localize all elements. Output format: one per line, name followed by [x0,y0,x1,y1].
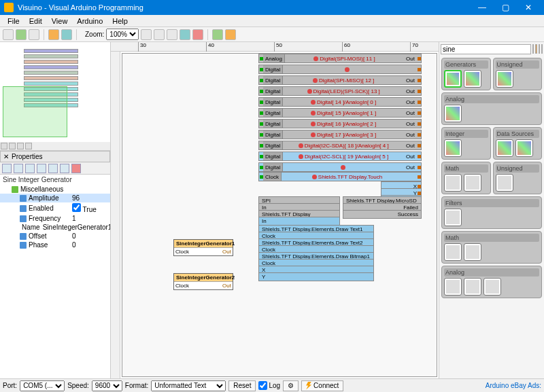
property-row[interactable]: Phase0 [0,240,110,249]
reset-button[interactable]: Reset [228,380,256,391]
design-surface[interactable]: SineIntegerGenerator1ClockOutSineInteger… [122,53,437,377]
menu-view[interactable]: View [47,17,73,25]
palette-item[interactable] [444,70,462,88]
board-pin-row[interactable]: DigitalDigital(I2C-SDA)[ 18 ]/AnalogIn[ … [258,141,422,150]
pin-out-icon[interactable] [418,101,421,104]
generator-node[interactable]: SineIntegerGenerator1ClockOut [173,239,233,256]
search-button-3[interactable] [541,44,543,54]
format-select[interactable]: Unformatted Text [151,380,226,391]
palette-item[interactable] [515,139,533,157]
open-button[interactable] [16,29,27,40]
palette-item[interactable] [464,243,481,261]
save-button[interactable] [29,29,39,40]
pin-out-icon[interactable] [418,90,421,93]
upload-icon[interactable] [225,29,236,40]
property-value[interactable]: 1 [69,215,110,222]
board-pin-row[interactable]: Digital [258,65,422,74]
palette-item[interactable] [444,243,462,261]
menu-edit[interactable]: Edit [24,17,47,25]
property-tree[interactable]: Sine Integer Generator Miscellaneous Amp… [0,175,110,378]
connect-button[interactable]: Connect [301,380,343,391]
palette-item[interactable] [496,139,513,157]
generator-node[interactable]: SineIntegerGenerator2ClockOut [173,273,233,290]
pin-out-icon[interactable] [418,166,421,169]
prop-btn-2[interactable] [14,164,23,173]
property-value[interactable]: SineIntegerGenerator1 [40,224,110,231]
new-button[interactable] [3,29,14,40]
tool-button[interactable]: ⚙ [283,380,299,391]
shield-row[interactable]: Y [258,272,374,281]
pin-out-icon[interactable] [418,144,421,147]
expand-icon[interactable] [12,186,18,193]
pin-out-icon[interactable] [418,155,421,158]
board-pin-row[interactable]: DigitalDigital[ 15 ]/AnalogIn[ 1 ]Out [258,108,422,118]
minimize-button[interactable]: — [471,3,494,12]
prop-btn-3[interactable] [25,164,35,173]
property-row[interactable]: Offset0 [0,232,110,240]
tool-button-2[interactable] [61,29,72,40]
tool-button-1[interactable] [48,29,59,40]
ads-link[interactable]: Arduino eBay Ads: [486,382,541,389]
tool-button-4[interactable] [212,29,223,40]
palette-item[interactable] [444,278,462,296]
palette-item[interactable] [444,105,462,122]
port-select[interactable]: COM5 (... [20,380,65,391]
palette-item[interactable] [464,70,481,88]
palette-item[interactable] [483,278,501,296]
palette-item[interactable] [464,174,481,192]
speed-select[interactable]: 9600 [92,380,122,391]
zoom-fit-icon[interactable] [167,29,177,40]
search-clear-icon[interactable] [532,44,534,54]
board-pin-row[interactable]: ClockShields.TFT Display.Touch [258,172,422,181]
board-pin-row[interactable]: DigitalDigital[ 17 ]/AnalogIn[ 3 ]Out [258,130,422,139]
menu-arduino[interactable]: Arduino [72,17,107,25]
pin-out-icon[interactable] [418,111,421,115]
property-row[interactable]: NameSineIntegerGenerator1 [0,223,110,232]
close-button[interactable]: ✕ [517,3,540,12]
board-pin-row[interactable]: DigitalDigital(I2C-SCL)[ 19 ]/AnalogIn[ … [258,152,422,161]
property-value[interactable]: True [69,203,110,213]
board-pin-row[interactable]: DigitalDigital[ 14 ]/AnalogIn[ 0 ]Out [258,97,422,107]
property-row[interactable]: Enabled True [0,202,110,214]
search-button-1[interactable] [535,44,537,54]
property-group[interactable]: Miscellaneous [20,185,63,193]
palette-item[interactable] [464,278,481,296]
zoom-in-icon[interactable] [141,29,152,40]
palette-item[interactable] [496,174,513,192]
component-search-input[interactable] [441,44,531,54]
prop-btn-5[interactable] [48,164,58,173]
pin-out-icon[interactable] [418,175,421,179]
delete-icon[interactable] [192,29,203,40]
pin-out-icon[interactable] [418,133,421,137]
zoom-out-icon[interactable] [154,29,165,40]
pin-out-icon[interactable] [418,185,421,188]
palette-item[interactable] [444,209,462,226]
pin-out-icon[interactable] [418,68,421,71]
shield-row[interactable]: Success [343,210,422,219]
prop-btn-6[interactable] [60,164,69,173]
pin-out-icon[interactable] [418,192,421,195]
log-checkbox[interactable]: Log [258,381,280,390]
property-row[interactable]: Frequency1 [0,214,110,223]
overview-viewport[interactable] [3,86,67,137]
pin-out-icon[interactable] [418,57,421,60]
board-pin-row[interactable]: DigitalOut [258,162,422,172]
board-pin-row[interactable]: DigitalDigital[ 16 ]/AnalogIn[ 2 ]Out [258,119,422,128]
overview-panel[interactable] [0,42,110,151]
zoom-select[interactable]: 100% [106,29,139,40]
board-pin-row[interactable]: DigitalDigital(LED)(SPI-SCK)[ 13 ]Out [258,86,422,96]
palette-item[interactable] [496,70,513,88]
pin-out-icon[interactable] [418,79,421,82]
prop-btn-4[interactable] [37,164,46,173]
board-pin-row[interactable]: DigitalDigital(SPI-MISO)[ 12 ]Out [258,75,422,85]
menu-help[interactable]: Help [107,17,133,25]
maximize-button[interactable]: ▢ [494,3,517,12]
property-value[interactable]: 0 [69,241,110,249]
property-value[interactable]: 0 [69,232,110,240]
palette-item[interactable] [444,139,462,157]
property-value[interactable]: 96 [69,194,110,202]
search-button-2[interactable] [539,44,540,54]
property-row[interactable]: Amplitude96 [0,194,110,202]
prop-btn-1[interactable] [2,164,12,173]
tool-button-3[interactable] [180,29,190,40]
